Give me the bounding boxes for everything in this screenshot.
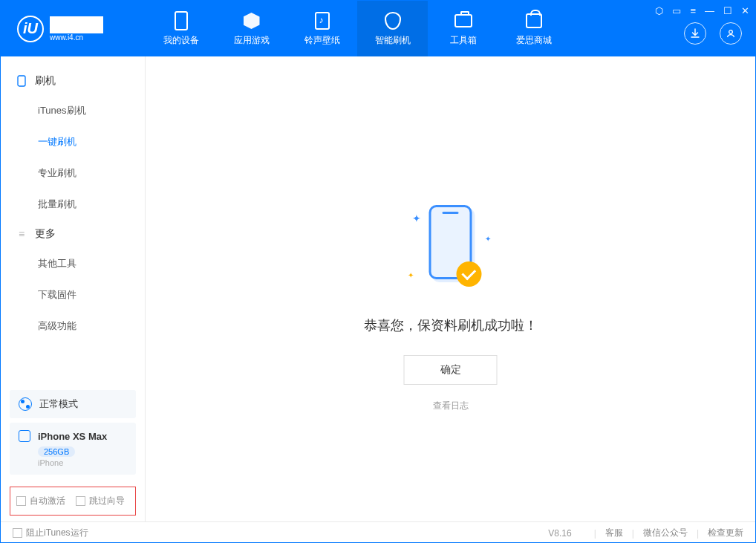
footer-link-support[interactable]: 客服	[605, 527, 623, 539]
sidebar-group-more: ≡ 更多	[1, 220, 145, 248]
checkbox-block-itunes[interactable]: 阻止iTunes运行	[13, 527, 88, 539]
logo-icon: iU	[17, 16, 44, 42]
checkbox-icon	[13, 528, 22, 538]
confirm-button[interactable]: 确定	[404, 355, 498, 385]
tab-store[interactable]: 爱思商城	[498, 1, 569, 56]
svg-rect-1	[18, 76, 25, 86]
shirt-icon[interactable]: ⬡	[655, 5, 663, 16]
svg-point-0	[729, 30, 733, 34]
sparkle-icon: ✦	[485, 235, 491, 243]
briefcase-icon	[453, 10, 474, 31]
user-button[interactable]	[720, 22, 742, 45]
flash-options-highlighted: 自动激活 跳过向导	[10, 487, 136, 516]
footer-link-wechat[interactable]: 微信公众号	[643, 527, 688, 539]
sidebar: 刷机 iTunes刷机 一键刷机 专业刷机 批量刷机 ≡ 更多 其他工具 下载固…	[1, 56, 146, 521]
device-type: iPhone	[38, 458, 127, 467]
device-icon	[171, 10, 192, 31]
app-url: www.i4.cn	[50, 33, 103, 42]
download-button[interactable]	[684, 22, 706, 45]
sidebar-group-flash: 刷机	[1, 67, 145, 95]
view-log-link[interactable]: 查看日志	[433, 400, 469, 411]
tab-ringtone-wallpaper[interactable]: 铃声壁纸	[287, 1, 357, 56]
sidebar-item-oneclick-flash[interactable]: 一键刷机	[1, 126, 145, 157]
download-icon	[690, 28, 700, 39]
success-message: 恭喜您，保资料刷机成功啦！	[146, 316, 755, 334]
device-card[interactable]: iPhone XS Max 256GB iPhone	[10, 423, 136, 475]
device-mode-status[interactable]: 正常模式	[10, 390, 136, 418]
window-controls: ⬡ ▭ ≡ — ☐ ✕	[655, 5, 749, 16]
sidebar-item-download-firmware[interactable]: 下载固件	[1, 279, 145, 310]
main-tabs: 我的设备 应用游戏 铃声壁纸 智能刷机 工具箱 爱思商城	[146, 1, 569, 56]
checkbox-auto-activate[interactable]: 自动激活	[16, 495, 65, 507]
success-panel: ✦ ✦ ✦ 恭喜您，保资料刷机成功啦！ 确定 查看日志	[146, 205, 755, 412]
close-button[interactable]: ✕	[741, 5, 749, 16]
bag-icon	[524, 10, 544, 31]
phone-icon	[16, 75, 27, 87]
device-name: iPhone XS Max	[38, 431, 107, 442]
footer-link-update[interactable]: 检查更新	[708, 527, 743, 539]
success-illustration: ✦ ✦ ✦	[406, 205, 495, 294]
tab-smart-flash[interactable]: 智能刷机	[357, 1, 428, 56]
app-name: 爱思助手	[50, 16, 103, 33]
sidebar-item-pro-flash[interactable]: 专业刷机	[1, 157, 145, 189]
cube-icon	[241, 10, 262, 31]
header-actions	[684, 22, 742, 45]
version-label: V8.16	[548, 528, 571, 539]
music-icon	[312, 10, 333, 31]
sidebar-item-itunes-flash[interactable]: iTunes刷机	[1, 95, 145, 126]
sidebar-item-other-tools[interactable]: 其他工具	[1, 248, 145, 279]
sparkle-icon: ✦	[408, 271, 414, 279]
note-icon[interactable]: ▭	[672, 5, 681, 16]
checkbox-icon	[16, 496, 26, 506]
sidebar-item-advanced[interactable]: 高级功能	[1, 310, 145, 342]
main-panel: ✦ ✦ ✦ 恭喜您，保资料刷机成功啦！ 确定 查看日志	[146, 56, 755, 521]
maximize-button[interactable]: ☐	[723, 5, 732, 16]
status-bar: 阻止iTunes运行 V8.16 | 客服 | 微信公众号 | 检查更新	[1, 521, 755, 543]
device-capacity: 256GB	[38, 446, 75, 457]
tab-toolbox[interactable]: 工具箱	[428, 1, 498, 56]
checkbox-skip-guide[interactable]: 跳过向导	[76, 495, 125, 507]
list-icon: ≡	[16, 228, 27, 240]
app-logo: iU 爱思助手 www.i4.cn	[1, 16, 146, 42]
sidebar-item-batch-flash[interactable]: 批量刷机	[1, 189, 145, 220]
check-badge-icon	[457, 261, 482, 287]
minimize-button[interactable]: —	[705, 5, 714, 16]
tab-apps-games[interactable]: 应用游戏	[216, 1, 287, 56]
sparkle-icon: ✦	[412, 212, 421, 224]
shield-icon	[382, 10, 403, 31]
menu-icon[interactable]: ≡	[690, 5, 696, 16]
mode-icon	[19, 397, 32, 411]
checkbox-icon	[76, 496, 85, 506]
user-icon	[726, 28, 736, 39]
tab-my-device[interactable]: 我的设备	[146, 1, 216, 56]
device-icon	[19, 430, 30, 442]
title-bar: iU 爱思助手 www.i4.cn 我的设备 应用游戏 铃声壁纸 智能刷机 工具…	[1, 1, 755, 56]
